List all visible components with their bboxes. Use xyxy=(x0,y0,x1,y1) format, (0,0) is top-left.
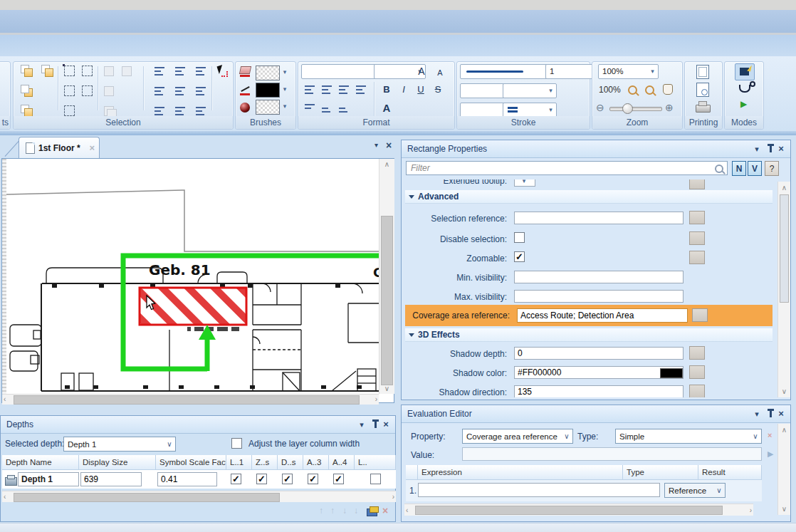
move-bottom-icon[interactable]: ↓ xyxy=(354,506,358,516)
col-l[interactable]: L.. xyxy=(355,455,396,470)
scroll-left-icon[interactable]: ‹ xyxy=(406,506,408,515)
selection-reference-input[interactable] xyxy=(514,212,684,224)
layer-checkbox-1[interactable]: ✓ xyxy=(231,474,241,484)
properties-vscroll-thumb[interactable] xyxy=(780,194,789,303)
close-icon[interactable]: × xyxy=(776,144,786,154)
panel-menu-icon[interactable]: ▾ xyxy=(752,409,762,419)
pin-icon[interactable] xyxy=(770,411,772,417)
fill-dropdown-icon[interactable]: ▾ xyxy=(281,68,288,75)
col-depth-name[interactable]: Depth Name xyxy=(2,455,79,470)
evaluation-hscroll-thumb[interactable] xyxy=(415,506,723,515)
col-l1[interactable]: L..1 xyxy=(226,455,252,470)
scroll-left-icon[interactable]: ‹ xyxy=(4,492,6,501)
col-result[interactable]: Result xyxy=(698,465,762,480)
shadow-direction-more-button[interactable] xyxy=(689,385,705,397)
canvas-hscroll-thumb[interactable] xyxy=(14,395,360,405)
shadow-depth-more-button[interactable] xyxy=(689,346,705,360)
lock-icon-disabled[interactable] xyxy=(120,65,133,78)
vertical-align-top-icon[interactable] xyxy=(303,102,316,115)
duplicate-icon[interactable] xyxy=(41,65,54,78)
pointer-select-icon[interactable] xyxy=(215,65,228,78)
effect-dropdown-icon[interactable]: ▾ xyxy=(281,103,288,110)
run-mode-icon[interactable]: ▶ xyxy=(740,99,747,109)
filter-n-button[interactable]: N xyxy=(732,161,746,176)
close-icon[interactable]: × xyxy=(776,409,786,419)
canvas-horizontal-scrollbar[interactable]: ‹ › xyxy=(2,394,379,405)
evaluation-horizontal-scrollbar[interactable]: ‹ › xyxy=(404,504,753,516)
properties-vertical-scrollbar[interactable]: ∧ ∨ xyxy=(777,182,790,397)
disable-selection-more-button[interactable] xyxy=(689,231,705,245)
col-expression[interactable]: Expression xyxy=(418,465,623,480)
canvas-vertical-scrollbar[interactable]: ∧ ∨ xyxy=(379,159,394,394)
panel-menu-icon[interactable]: ▾ xyxy=(752,144,762,154)
pin-icon[interactable] xyxy=(770,146,772,152)
depths-horizontal-scrollbar[interactable]: ‹ › xyxy=(2,491,396,502)
col-symbol-scale-factor[interactable]: Symbol Scale Factor xyxy=(156,455,226,470)
panel-menu-icon[interactable]: ▾ xyxy=(357,419,367,429)
shadow-color-more-button[interactable] xyxy=(689,365,705,379)
floor-plan-canvas[interactable]: Geb. 81 G ∧ ∨ ‹ › xyxy=(1,158,394,403)
select-rectangle-icon[interactable] xyxy=(63,65,76,78)
line-style-select[interactable]: ▾ xyxy=(460,64,557,79)
print-preview-icon[interactable] xyxy=(696,83,709,97)
display-size-input[interactable] xyxy=(80,472,142,486)
coverage-area-reference-input[interactable] xyxy=(517,308,688,323)
clear-icon-disabled[interactable]: × xyxy=(768,431,772,439)
pen-stroke-icon[interactable] xyxy=(239,83,252,96)
tab-1st-floor[interactable]: 1st Floor * × xyxy=(19,137,100,159)
scroll-down-icon[interactable]: ∨ xyxy=(379,384,394,393)
canvas-vscroll-thumb[interactable] xyxy=(381,216,393,385)
distribute-horizontal-icon[interactable] xyxy=(194,65,207,78)
pan-hand-icon[interactable] xyxy=(663,84,673,95)
col-type[interactable]: Type xyxy=(623,465,698,480)
evaluation-vertical-scrollbar[interactable]: ∧ ∨ xyxy=(777,424,790,515)
font-family-select[interactable]: ▾ xyxy=(301,64,384,79)
apply-icon-disabled[interactable]: ▶ xyxy=(768,449,773,459)
move-down-icon[interactable]: ↓ xyxy=(342,506,347,516)
section-advanced[interactable]: Advanced xyxy=(405,190,773,204)
property-select[interactable]: Coverage area reference∨ xyxy=(462,429,573,444)
scroll-down-icon[interactable]: ∨ xyxy=(778,504,790,513)
text-align-left-icon[interactable] xyxy=(303,83,316,96)
zoomable-more-button[interactable] xyxy=(689,251,705,264)
expression-type-select[interactable]: Reference∨ xyxy=(664,483,726,498)
text-align-center-icon[interactable] xyxy=(320,83,333,96)
depths-hscroll-thumb[interactable] xyxy=(14,493,280,502)
underline-button[interactable]: U xyxy=(414,83,428,97)
scroll-down-icon[interactable]: ∨ xyxy=(778,387,790,396)
tab-close-icon[interactable]: × xyxy=(89,142,95,153)
section-3d-effects[interactable]: 3D Effects xyxy=(405,328,773,342)
line-end-cap-select[interactable]: ▾ xyxy=(503,83,557,98)
extended-tooltip-dropdown[interactable]: ▾ xyxy=(514,179,535,187)
filter-input[interactable] xyxy=(406,161,728,175)
shrink-font-button[interactable]: A xyxy=(433,66,447,80)
detection-area-rectangle[interactable] xyxy=(140,288,246,325)
document-close-icon[interactable]: × xyxy=(386,140,392,151)
filter-v-button[interactable]: V xyxy=(748,161,762,176)
type-select[interactable]: Simple∨ xyxy=(615,429,762,444)
layer-checkbox-5[interactable]: ✓ xyxy=(333,474,344,484)
zoom-selection-icon[interactable] xyxy=(645,85,654,95)
delete-depth-icon[interactable]: × xyxy=(382,505,388,516)
move-up-icon[interactable]: ↑ xyxy=(330,506,335,516)
text-align-right-icon[interactable] xyxy=(337,83,350,96)
zoom-slider[interactable] xyxy=(609,107,662,111)
properties-panel-header[interactable]: Rectangle Properties ▾ × xyxy=(402,140,790,158)
depth-table-row[interactable]: Depth 1 ✓ ✓ ✓ ✓ ✓ xyxy=(2,470,396,489)
adjust-column-width-checkbox[interactable] xyxy=(231,438,242,449)
line-pattern-select[interactable]: ▾ xyxy=(503,103,557,118)
print-icon[interactable] xyxy=(696,105,711,113)
evaluation-editor-header[interactable]: Evaluation Editor ▾ × xyxy=(402,405,790,423)
send-backward-icon[interactable] xyxy=(21,85,33,98)
align-left-icon[interactable] xyxy=(153,65,166,78)
gradient-sphere-icon[interactable] xyxy=(239,102,252,115)
scroll-right-icon[interactable]: › xyxy=(375,395,377,404)
min-visibility-input[interactable] xyxy=(514,271,684,283)
scroll-right-icon[interactable]: › xyxy=(750,506,752,515)
select-lasso-icon[interactable] xyxy=(81,65,94,78)
zoom-level-select[interactable]: 100%▾ xyxy=(598,64,659,79)
scroll-left-icon[interactable]: ‹ xyxy=(4,395,6,404)
search-icon[interactable] xyxy=(715,165,723,173)
grow-font-button[interactable]: A xyxy=(414,64,429,78)
layer-checkbox-6[interactable] xyxy=(370,474,381,484)
